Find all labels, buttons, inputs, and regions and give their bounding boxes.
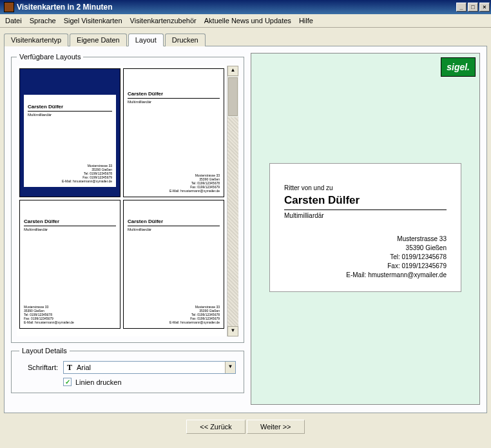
font-select[interactable]: T Arial ▼ <box>63 361 236 374</box>
menu-news[interactable]: Aktuelle News und Updates <box>204 17 291 24</box>
font-icon: T <box>64 363 75 373</box>
layouts-grid: Carsten Dülfer Multimilliardär Musterstr… <box>17 66 227 336</box>
menubar: Datei Sprache Sigel Visitenkarten Visite… <box>0 14 491 28</box>
thumb-sub: Multimilliardär <box>128 228 220 231</box>
layout-thumb-1[interactable]: Carsten Dülfer Multimilliardär Musterstr… <box>19 68 120 197</box>
tab-eigene-daten[interactable]: Eigene Daten <box>70 34 127 46</box>
tab-panel: Verfügbare Layouts Carsten Dülfer Multim… <box>4 46 487 413</box>
maximize-button[interactable]: □ <box>468 3 478 12</box>
tab-strip: Visitenkartentyp Eigene Daten Layout Dru… <box>4 34 487 46</box>
next-button[interactable]: Weiter >> <box>247 420 305 434</box>
thumb-name: Carsten Dülfer <box>28 104 112 112</box>
menu-datei[interactable]: Datei <box>5 17 22 24</box>
thumb-addr: Musterstrasse 3335390 GießenTel: 0199/12… <box>169 305 220 324</box>
layouts-legend: Verfügbare Layouts <box>17 53 83 61</box>
details-legend: Layout Details <box>19 347 70 355</box>
preview-subtitle: Multimilliardär <box>284 212 447 219</box>
layout-thumb-4[interactable]: Carsten Dülfer Multimilliardär Musterstr… <box>123 200 224 329</box>
layout-thumb-3[interactable]: Carsten Dülfer Multimilliardär Musterstr… <box>19 200 120 329</box>
menu-sigel[interactable]: Sigel Visitenkarten <box>64 17 122 24</box>
scroll-down-icon[interactable]: ▼ <box>227 326 238 336</box>
preview-area: sigel. Ritter von und zu Carsten Dülfer … <box>251 53 480 405</box>
back-button[interactable]: << Zurück <box>186 420 246 434</box>
thumb-name: Carsten Dülfer <box>24 219 116 226</box>
app-icon <box>4 2 14 12</box>
menu-sprache[interactable]: Sprache <box>30 17 56 24</box>
thumb-sub: Multimilliardär <box>128 100 220 104</box>
preview-card: Ritter von und zu Carsten Dülfer Multimi… <box>269 163 461 292</box>
thumb-addr: Musterstrasse 3335390 GießenTel: 0199/12… <box>62 164 112 183</box>
chevron-down-icon[interactable]: ▼ <box>225 362 235 373</box>
details-fieldset: Layout Details Schriftart: T Arial ▼ ✓ L… <box>11 347 244 393</box>
font-name: Arial <box>75 364 225 371</box>
close-button[interactable]: × <box>479 3 490 12</box>
preview-name: Carsten Dülfer <box>284 193 447 210</box>
scroll-up-icon[interactable]: ▲ <box>227 66 238 76</box>
tab-drucken[interactable]: Drucken <box>165 34 206 46</box>
font-label: Schriftart: <box>19 364 58 371</box>
window-title: Visitenkarten in 2 Minuten <box>17 3 456 12</box>
menu-zubehoer[interactable]: Visitenkartenzubehör <box>130 17 197 24</box>
layout-thumb-2[interactable]: Carsten Dülfer Multimilliardär Musterstr… <box>123 68 224 197</box>
tab-visitenkartentyp[interactable]: Visitenkartentyp <box>4 34 68 46</box>
minimize-button[interactable]: _ <box>456 3 467 12</box>
menu-hilfe[interactable]: Hilfe <box>299 17 313 24</box>
thumb-name: Carsten Dülfer <box>128 91 220 99</box>
scroll-track[interactable] <box>227 117 238 326</box>
titlebar: Visitenkarten in 2 Minuten _ □ × <box>0 0 491 14</box>
layouts-fieldset: Verfügbare Layouts Carsten Dülfer Multim… <box>11 53 244 343</box>
preview-address: Musterstrasse 33 35390 Gießen Tel: 0199/… <box>346 235 447 280</box>
scroll-thumb[interactable] <box>228 77 238 116</box>
thumb-sub: Multimilliardär <box>28 113 112 117</box>
tab-layout[interactable]: Layout <box>128 34 164 46</box>
scrollbar[interactable]: ▲ ▼ <box>227 66 238 336</box>
brand-logo: sigel. <box>441 57 476 77</box>
thumb-addr: Musterstrasse 3335390 GießenTel: 0199/12… <box>169 173 220 193</box>
wizard-buttons: << Zurück Weiter >> <box>4 420 487 434</box>
print-lines-label: Linien drucken <box>75 378 122 386</box>
thumb-name: Carsten Dülfer <box>128 219 220 226</box>
preview-ritter: Ritter von und zu <box>284 184 447 191</box>
thumb-addr: Musterstrasse 3335390 GießenTel: 0199/12… <box>24 305 74 324</box>
print-lines-checkbox[interactable]: ✓ <box>63 378 72 386</box>
thumb-sub: Multimilliardär <box>24 228 116 231</box>
